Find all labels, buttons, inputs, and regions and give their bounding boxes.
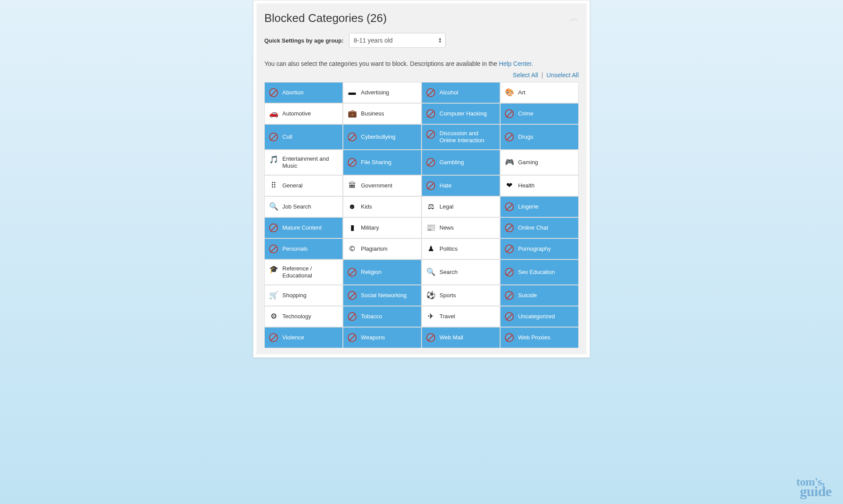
category-tile-sex-education[interactable]: Sex Education bbox=[501, 260, 578, 284]
panel-container: Blocked Categories (26) ︿ Quick Settings… bbox=[253, 0, 590, 358]
category-label: Cyberbullying bbox=[361, 133, 417, 140]
copyright-icon: © bbox=[348, 245, 357, 253]
category-label: File Sharing bbox=[361, 159, 417, 166]
category-tile-uncategorized[interactable]: Uncategorized bbox=[501, 306, 578, 327]
category-label: Technology bbox=[282, 313, 338, 320]
heart-icon: ❤ bbox=[505, 181, 514, 190]
category-tile-social-networking[interactable]: Social Networking bbox=[343, 285, 421, 306]
category-tile-automotive[interactable]: 🚗Automotive bbox=[265, 104, 342, 124]
category-label: Computer Hacking bbox=[440, 110, 495, 117]
category-label: General bbox=[282, 182, 338, 189]
block-icon bbox=[269, 245, 278, 253]
category-label: Plagiarism bbox=[361, 245, 417, 252]
category-label: Personals bbox=[282, 245, 338, 252]
block-icon bbox=[426, 109, 435, 118]
category-label: Cult bbox=[282, 133, 338, 140]
category-tile-web-proxies[interactable]: Web Proxies bbox=[501, 328, 578, 348]
category-label: Politics bbox=[440, 245, 495, 252]
category-tile-cyberbullying[interactable]: Cyberbullying bbox=[343, 125, 421, 149]
category-tile-pornography[interactable]: Pornography bbox=[501, 239, 578, 259]
block-icon bbox=[269, 88, 278, 97]
category-label: Gaming bbox=[518, 159, 574, 166]
block-icon bbox=[348, 291, 357, 300]
category-tile-advertising[interactable]: ▬Advertising bbox=[343, 83, 421, 103]
block-icon bbox=[505, 268, 514, 277]
category-tile-hate[interactable]: Hate bbox=[422, 176, 500, 196]
block-icon bbox=[505, 202, 514, 211]
gamepad-icon: 🎮 bbox=[505, 158, 514, 167]
help-center-link[interactable]: Help Center bbox=[499, 60, 531, 67]
category-tile-business[interactable]: 💼Business bbox=[343, 104, 421, 124]
category-tile-health[interactable]: ❤Health bbox=[501, 176, 578, 196]
plane-icon: ✈ bbox=[426, 312, 435, 321]
category-tile-personals[interactable]: Personals bbox=[265, 239, 342, 259]
category-tile-shopping[interactable]: 🛒Shopping bbox=[265, 285, 342, 306]
category-label: Violence bbox=[282, 334, 338, 341]
category-label: Gambling bbox=[440, 159, 495, 166]
category-tile-technology[interactable]: ⚙Technology bbox=[265, 306, 342, 327]
category-tile-military[interactable]: ▮Military bbox=[343, 218, 421, 238]
category-tile-mature-content[interactable]: Mature Content bbox=[265, 218, 342, 238]
grad-icon: 🎓 bbox=[269, 265, 278, 274]
car-icon: 🚗 bbox=[269, 109, 278, 118]
block-icon bbox=[426, 158, 435, 167]
category-tile-religion[interactable]: Religion bbox=[343, 260, 421, 284]
quick-settings-label: Quick Settings by age group: bbox=[264, 37, 344, 44]
category-tile-discussion-and-online-interaction[interactable]: Discussion and Online Interaction bbox=[422, 125, 500, 149]
category-tile-plagiarism[interactable]: ©Plagiarism bbox=[343, 239, 421, 259]
category-tile-travel[interactable]: ✈Travel bbox=[422, 306, 500, 327]
collapse-chevron-icon[interactable]: ︿ bbox=[570, 12, 579, 24]
category-tile-drugs[interactable]: Drugs bbox=[501, 125, 578, 149]
category-label: Legal bbox=[440, 203, 495, 210]
category-tile-reference-educational[interactable]: 🎓Reference / Educational bbox=[265, 260, 342, 284]
category-tile-tobacco[interactable]: Tobacco bbox=[343, 306, 421, 327]
block-icon bbox=[348, 333, 357, 342]
category-tile-kids[interactable]: ☻Kids bbox=[343, 197, 421, 217]
category-tile-art[interactable]: 🎨Art bbox=[501, 83, 578, 103]
category-label: Business bbox=[361, 110, 417, 117]
category-tile-crime[interactable]: Crime bbox=[501, 104, 578, 124]
description-text: You can also select the categories you w… bbox=[264, 60, 499, 67]
block-icon bbox=[505, 223, 514, 232]
category-label: Weapons bbox=[361, 334, 417, 341]
category-tile-search[interactable]: 🔍Search bbox=[422, 260, 500, 284]
category-tile-web-mail[interactable]: Web Mail bbox=[422, 328, 500, 348]
category-label: Shopping bbox=[282, 292, 338, 299]
category-label: Drugs bbox=[518, 133, 574, 140]
category-label: Mature Content bbox=[282, 224, 338, 231]
age-group-select[interactable]: 8-11 years old bbox=[349, 33, 446, 48]
category-tile-suicide[interactable]: Suicide bbox=[501, 285, 578, 306]
category-tile-legal[interactable]: ⚖Legal bbox=[422, 197, 500, 217]
category-tile-violence[interactable]: Violence bbox=[265, 328, 342, 348]
briefcase-icon: 💼 bbox=[348, 109, 357, 118]
action-separator: | bbox=[541, 72, 543, 79]
search-icon: 🔍 bbox=[426, 268, 435, 277]
category-tile-entertainment-and-music[interactable]: 🎵Entertainment and Music bbox=[265, 150, 342, 175]
block-icon bbox=[269, 333, 278, 342]
category-tile-computer-hacking[interactable]: Computer Hacking bbox=[422, 104, 500, 124]
category-tile-politics[interactable]: ♟Politics bbox=[422, 239, 500, 259]
description-after: . bbox=[531, 60, 533, 67]
category-label: Health bbox=[518, 182, 574, 189]
category-tile-gaming[interactable]: 🎮Gaming bbox=[501, 150, 578, 175]
category-label: Online Chat bbox=[518, 224, 574, 231]
category-tile-weapons[interactable]: Weapons bbox=[343, 328, 421, 348]
category-tile-news[interactable]: 📰News bbox=[422, 218, 500, 238]
category-tile-gambling[interactable]: Gambling bbox=[422, 150, 500, 175]
category-tile-file-sharing[interactable]: File Sharing bbox=[343, 150, 421, 175]
category-tile-online-chat[interactable]: Online Chat bbox=[501, 218, 578, 238]
military-icon: ▮ bbox=[348, 223, 357, 232]
categories-grid: Abortion▬AdvertisingAlcohol🎨Art🚗Automoti… bbox=[264, 82, 579, 348]
category-tile-job-search[interactable]: 🔍Job Search bbox=[265, 197, 342, 217]
category-tile-lingerie[interactable]: Lingerie bbox=[501, 197, 578, 217]
category-tile-general[interactable]: ⠿General bbox=[265, 176, 342, 196]
select-all-link[interactable]: Select All bbox=[513, 72, 538, 79]
category-tile-alcohol[interactable]: Alcohol bbox=[422, 83, 500, 103]
category-tile-abortion[interactable]: Abortion bbox=[265, 83, 342, 103]
category-label: Crime bbox=[518, 110, 574, 117]
category-label: Job Search bbox=[282, 203, 338, 210]
category-tile-sports[interactable]: ⚽Sports bbox=[422, 285, 500, 306]
unselect-all-link[interactable]: Unselect All bbox=[547, 72, 579, 79]
category-tile-cult[interactable]: Cult bbox=[265, 125, 342, 149]
category-tile-government[interactable]: 🏛Government bbox=[343, 176, 421, 196]
